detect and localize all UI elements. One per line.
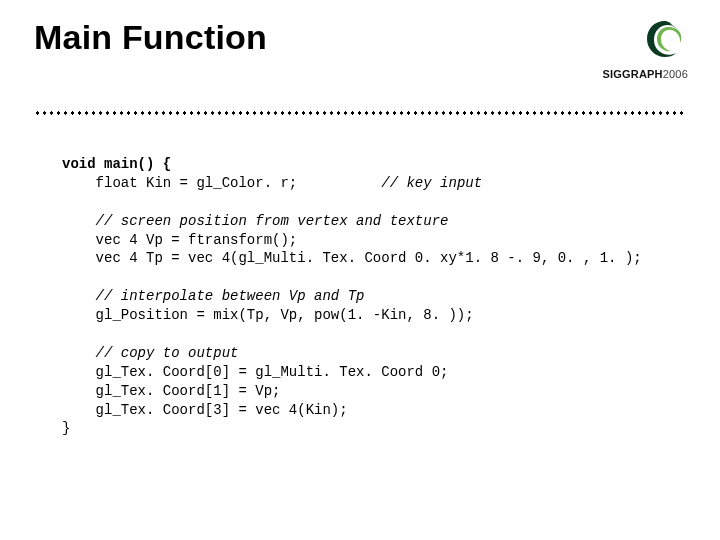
code-comment: // interpolate between Vp and Tp [62,288,364,304]
code-comment: // key input [381,175,482,191]
code-line: } [62,420,70,436]
code-block: void main() { float Kin = gl_Color. r; /… [62,155,680,438]
siggraph-logo: SIGGRAPH2006 [568,18,688,80]
logo-brand: SIGGRAPH [602,68,662,80]
code-line: gl_Position = mix(Tp, Vp, pow(1. -Kin, 8… [62,307,474,323]
code-line: float Kin = gl_Color. r; [62,175,381,191]
code-line: void main() { [62,156,171,172]
divider-dotted [34,110,686,116]
code-line: gl_Tex. Coord[1] = Vp; [62,383,280,399]
page-title: Main Function [34,18,267,57]
code-comment: // screen position from vertex and textu… [62,213,448,229]
logo-year: 2006 [663,68,688,80]
code-line: gl_Tex. Coord[3] = vec 4(Kin); [62,402,348,418]
code-line: vec 4 Tp = vec 4(gl_Multi. Tex. Coord 0.… [62,250,642,266]
logo-text: SIGGRAPH2006 [568,68,688,80]
swirl-icon [642,18,688,60]
code-line: gl_Tex. Coord[0] = gl_Multi. Tex. Coord … [62,364,448,380]
code-comment: // copy to output [62,345,238,361]
code-line: vec 4 Vp = ftransform(); [62,232,297,248]
slide: Main Function SIGGRAPH2006 void main() {… [0,0,720,540]
